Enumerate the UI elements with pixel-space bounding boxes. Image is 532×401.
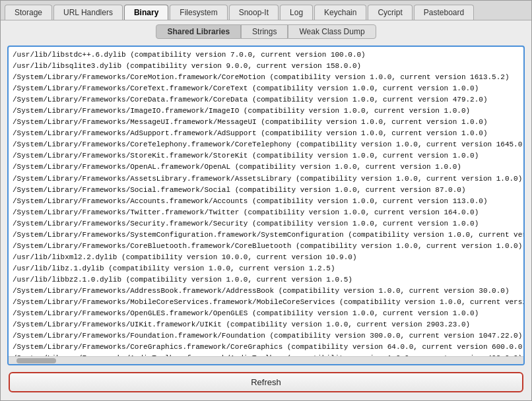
list-item: /System/Library/Frameworks/UIKit.framewo… [13,319,519,330]
list-item: /System/Library/Frameworks/Accounts.fram… [13,196,519,207]
top-tab-binary[interactable]: Binary [124,5,168,20]
top-tab-log[interactable]: Log [280,5,313,20]
list-item: /usr/lib/libsqlite3.dylib (compatibility… [13,61,519,72]
list-item: /System/Library/Frameworks/StoreKit.fram… [13,150,519,162]
top-tab-keychain[interactable]: Keychain [314,5,366,20]
content-area: /usr/lib/libstdc++.6.dylib (compatibilit… [1,42,531,400]
list-item: /System/Library/Frameworks/MessageUI.fra… [13,117,519,128]
list-item: /System/Library/Frameworks/Foundation.fr… [13,330,519,342]
sub-tab-shared-libraries[interactable]: Shared Libraries [156,24,241,39]
horizontal-scrollbar[interactable] [9,356,523,364]
list-item: /System/Library/Frameworks/CoreTelephony… [13,139,519,150]
refresh-button-container: Refresh [7,369,525,396]
list-item: /System/Library/Frameworks/Security.fram… [13,218,519,230]
list-item: /System/Library/Frameworks/SystemConfigu… [13,230,519,241]
top-tab-pasteboard[interactable]: Pasteboard [414,5,474,20]
top-tab-snoop-it[interactable]: Snoop-It [229,5,279,20]
list-item: /usr/lib/libxml2.2.dylib (compatibility … [13,252,519,263]
list-item: /System/Library/Frameworks/OpenAL.framew… [13,162,519,173]
list-item: /System/Library/Frameworks/ImageIO.frame… [13,106,519,117]
main-window: StorageURL HandlersBinaryFilesystemSnoop… [0,0,532,401]
list-item: /System/Library/Frameworks/CoreMotion.fr… [13,72,519,83]
list-item: /System/Library/Frameworks/Social.framew… [13,185,519,196]
top-tab-filesystem[interactable]: Filesystem [170,5,227,20]
list-item: /System/Library/Frameworks/CoreGraphics.… [13,342,519,353]
top-tab-bar: StorageURL HandlersBinaryFilesystemSnoop… [1,1,531,20]
sub-tab-weak-class-dump[interactable]: Weak Class Dump [288,24,376,39]
library-list[interactable]: /usr/lib/libstdc++.6.dylib (compatibilit… [9,47,523,356]
top-tab-url-handlers[interactable]: URL Handlers [53,5,123,20]
sub-tab-strings[interactable]: Strings [241,24,288,39]
list-item: /usr/lib/libstdc++.6.dylib (compatibilit… [13,49,519,61]
library-list-container: /usr/lib/libstdc++.6.dylib (compatibilit… [7,46,525,365]
list-item: /usr/lib/libbz2.1.0.dylib (compatibility… [13,274,519,286]
list-item: /System/Library/Frameworks/OpenGLES.fram… [13,308,519,319]
list-item: /System/Library/Frameworks/AddressBook.f… [13,286,519,297]
list-item: /usr/lib/libz.1.dylib (compatibility ver… [13,263,519,274]
list-item: /System/Library/Frameworks/Twitter.frame… [13,207,519,218]
top-tab-cycript[interactable]: Cycript [368,5,412,20]
top-tab-storage[interactable]: Storage [5,5,52,20]
list-item: /System/Library/Frameworks/CoreBluetooth… [13,241,519,252]
refresh-button[interactable]: Refresh [9,372,523,392]
horizontal-scroll-thumb[interactable] [17,358,56,363]
list-item: /System/Library/Frameworks/CoreText.fram… [13,83,519,94]
list-item: /System/Library/Frameworks/AdSupport.fra… [13,128,519,139]
list-item: /System/Library/Frameworks/AssetsLibrary… [13,173,519,185]
list-item: /System/Library/Frameworks/MobileCoreSer… [13,297,519,308]
list-item: /System/Library/Frameworks/CoreData.fram… [13,94,519,106]
sub-tab-bar: Shared LibrariesStringsWeak Class Dump [1,20,531,42]
